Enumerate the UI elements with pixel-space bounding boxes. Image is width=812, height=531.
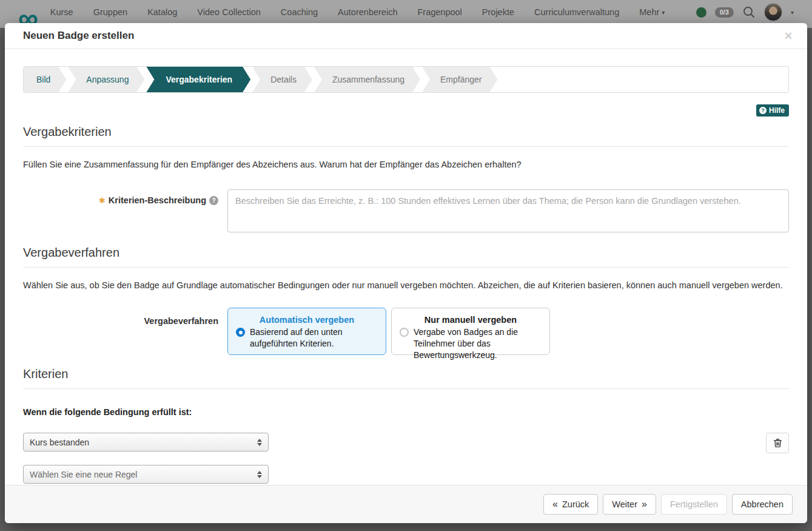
criteria-description-textarea[interactable]: [227, 189, 789, 232]
radio-unselected-icon[interactable]: [400, 328, 409, 337]
navbar-right-cluster: 0/3 ▾: [696, 3, 794, 21]
rule-select-value: Kurs bestanden: [30, 438, 257, 447]
section-heading-kriterien: Kriterien: [23, 367, 789, 389]
nav-item-katalog[interactable]: Katalog: [147, 7, 177, 17]
section-heading-vergabeverfahren: Vergabeverfahren: [23, 246, 789, 268]
nav-item-fragenpool[interactable]: Fragenpool: [417, 7, 461, 17]
rule-row: Kurs bestanden: [23, 433, 789, 453]
criteria-description-label: ✱ Kriterien-Beschreibung ?: [99, 189, 218, 205]
required-asterisk-icon: ✱: [99, 196, 106, 205]
select-updown-icon: [257, 439, 262, 446]
main-navigation: Kurse Gruppen Katalog Video Collection C…: [50, 7, 665, 17]
option-title: Automatisch vergeben: [236, 315, 378, 325]
nav-item-video-collection[interactable]: Video Collection: [197, 7, 261, 17]
select-updown-icon: [257, 471, 262, 478]
radio-selected-icon[interactable]: [236, 328, 245, 337]
award-method-row: Vergabeverfahren Automatisch vergeben Ba…: [23, 308, 789, 355]
status-dot-icon: [696, 7, 706, 18]
cancel-button[interactable]: Abbrechen: [732, 494, 793, 515]
trash-icon: [773, 438, 782, 448]
delete-rule-button[interactable]: [766, 433, 789, 453]
next-button[interactable]: Weiter »: [603, 494, 656, 515]
notification-counter-badge[interactable]: 0/3: [715, 7, 734, 18]
search-icon[interactable]: [742, 5, 756, 19]
award-method-label: Vergabeverfahren: [23, 308, 218, 355]
nav-item-curriculumverwaltung[interactable]: Curriculumverwaltung: [534, 7, 619, 17]
new-rule-select[interactable]: Wählen Sie eine neue Regel: [23, 465, 269, 484]
rule-select[interactable]: Kurs bestanden: [23, 433, 269, 452]
step-empfaenger[interactable]: Empfänger: [422, 67, 497, 92]
section-heading-vergabekriterien: Vergabekriterien: [23, 125, 789, 147]
option-card-automatic[interactable]: Automatisch vergeben Basierend auf den u…: [227, 308, 386, 355]
option-card-manual[interactable]: Nur manuell vergeben Vergabe von Badges …: [391, 308, 550, 355]
modal-header: Neuen Badge erstellen ×: [5, 23, 807, 49]
modal-footer: « Zurück Weiter » Fertigstellen Abbreche…: [5, 485, 807, 523]
back-button[interactable]: « Zurück: [543, 494, 598, 515]
close-icon[interactable]: ×: [784, 29, 793, 43]
help-button[interactable]: ? Hilfe: [756, 104, 789, 117]
option-title: Nur manuell vergeben: [400, 315, 542, 325]
create-badge-modal: Neuen Badge erstellen × Bild Anpassung V…: [5, 23, 807, 523]
help-button-label: Hilfe: [769, 106, 785, 115]
wizard-stepbar: Bild Anpassung Vergabekriterien Details …: [23, 66, 789, 93]
user-avatar[interactable]: [764, 3, 782, 21]
finish-button: Fertigstellen: [661, 494, 727, 515]
step-vergabekriterien[interactable]: Vergabekriterien: [146, 67, 250, 92]
avatar-dropdown-caret-icon[interactable]: ▾: [791, 9, 794, 16]
option-description: Basierend auf den unten aufgeführten Kri…: [250, 326, 378, 350]
step-details[interactable]: Details: [252, 67, 312, 92]
criteria-description-row: ✱ Kriterien-Beschreibung ?: [23, 189, 789, 232]
modal-title: Neuen Badge erstellen: [23, 30, 134, 42]
chevron-down-icon: ▾: [662, 9, 665, 16]
double-chevron-right-icon: »: [642, 499, 647, 510]
award-intro-text: Wählen Sie aus, ob Sie den Badge auf Gru…: [23, 280, 789, 290]
help-row: ? Hilfe: [23, 104, 789, 117]
question-circle-icon: ?: [759, 107, 767, 114]
nav-item-mehr[interactable]: Mehr ▾: [639, 7, 665, 17]
step-anpassung[interactable]: Anpassung: [68, 67, 144, 92]
step-bild[interactable]: Bild: [24, 67, 66, 92]
step-zusammenfassung[interactable]: Zusammenfassung: [314, 67, 420, 92]
nav-item-autorenbereich[interactable]: Autorenbereich: [338, 7, 397, 17]
field-help-icon[interactable]: ?: [209, 196, 218, 205]
double-chevron-left-icon: «: [552, 499, 558, 510]
nav-item-kurse[interactable]: Kurse: [50, 7, 73, 17]
criteria-intro-text: Füllen Sie eine Zusammenfassung für den …: [23, 160, 789, 169]
nav-item-coaching[interactable]: Coaching: [281, 7, 318, 17]
condition-label: Wenn die folgende Bedingung erfüllt ist:: [23, 407, 789, 417]
option-description: Vergabe von Badges an die Teilnehmer übe…: [414, 326, 542, 361]
new-rule-row: Wählen Sie eine neue Regel: [23, 465, 789, 484]
nav-item-gruppen[interactable]: Gruppen: [93, 7, 127, 17]
modal-body: Bild Anpassung Vergabekriterien Details …: [5, 49, 807, 485]
new-rule-select-value: Wählen Sie eine neue Regel: [30, 470, 257, 479]
nav-item-projekte[interactable]: Projekte: [482, 7, 514, 17]
